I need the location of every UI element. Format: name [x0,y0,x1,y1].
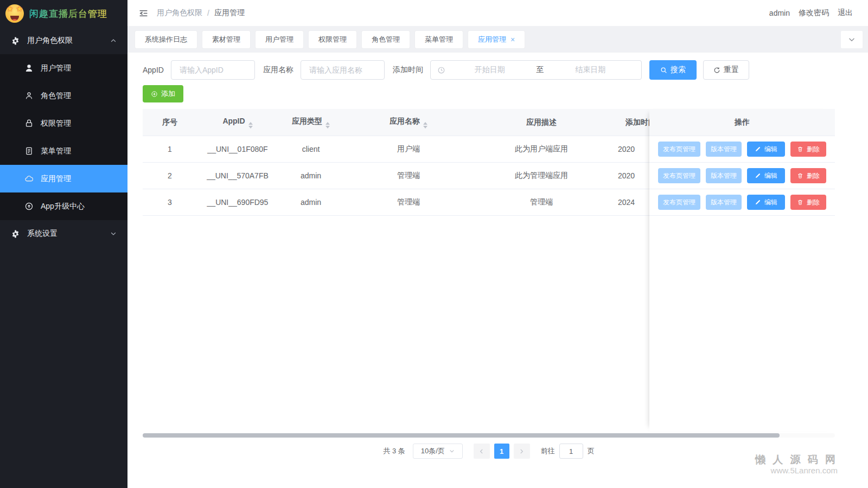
tab-overflow-dropdown[interactable] [841,31,863,48]
delete-button[interactable]: 删除 [790,195,826,210]
chevron-up-icon [110,37,117,44]
content-panel: AppID 应用名称 添加时间 开始日期 至 结束日期 搜索 [127,53,868,488]
edit-button[interactable]: 编辑 [747,195,785,210]
fixed-actions-column: 操作 发布页管理 版本管理 编辑 删除 发布页管理 版本管理 [649,109,835,431]
cell-type: client [278,145,343,153]
sidebar-item-menu-management[interactable]: 菜单管理 [0,137,127,165]
sidebar-item-app-management[interactable]: 应用管理 [0,165,127,192]
publish-page-button[interactable]: 发布页管理 [658,168,700,183]
edit-pencil-icon [755,172,761,179]
sidebar-group-label: 系统设置 [27,229,58,239]
sidebar-item-app-upgrade-center[interactable]: App升级中心 [0,192,127,220]
tabbar: 系统操作日志 素材管理 用户管理 权限管理 角色管理 菜单管理 应用管理 × [127,26,868,53]
arrow-right-icon [519,448,525,454]
close-icon[interactable]: × [510,36,515,43]
filter-bar: AppID 应用名称 添加时间 开始日期 至 结束日期 搜索 [143,60,835,80]
edit-button[interactable]: 编辑 [747,168,785,183]
scrollbar-thumb[interactable] [143,433,780,438]
breadcrumb-current: 应用管理 [214,8,245,18]
topbar-user-actions: admin 修改密码 退出 [769,8,853,18]
page-size-select[interactable]: 10条/页 [413,444,463,459]
sidebar-item-label: 菜单管理 [41,146,71,156]
start-date-placeholder[interactable]: 开始日期 [445,65,534,75]
sort-caret-icon[interactable] [423,122,427,129]
add-button[interactable]: 添加 [143,85,183,102]
breadcrumb: 用户角色权限 / 应用管理 [157,8,245,18]
date-range-picker[interactable]: 开始日期 至 结束日期 [430,60,642,80]
app-name-filter-input[interactable] [301,60,385,80]
topbar: 用户角色权限 / 应用管理 admin 修改密码 退出 [127,0,868,26]
version-management-button[interactable]: 版本管理 [706,168,742,183]
cell-appid: __UNI__01F080F [197,145,278,153]
refresh-icon [713,67,720,74]
prev-page-button[interactable] [474,444,490,459]
version-management-button[interactable]: 版本管理 [706,142,742,157]
cell-desc: 管理端 [474,197,609,207]
sort-caret-icon[interactable] [248,122,253,129]
sidebar-item-label: 角色管理 [41,91,71,101]
delete-button[interactable]: 删除 [790,142,826,157]
page-number-1[interactable]: 1 [494,444,509,459]
delete-button[interactable]: 删除 [790,168,826,183]
tab-system-operation-log[interactable]: 系统操作日志 [135,31,197,48]
search-button[interactable]: 搜索 [649,60,697,80]
sort-caret-icon[interactable] [326,122,330,129]
fold-icon[interactable] [138,8,149,18]
cell-type: admin [278,198,343,207]
user-icon [24,63,34,73]
version-management-button[interactable]: 版本管理 [706,195,742,210]
publish-page-button[interactable]: 发布页管理 [658,195,700,210]
column-header-name[interactable]: 应用名称 [343,117,474,129]
tab-role-management[interactable]: 角色管理 [362,31,410,48]
column-header-type[interactable]: 应用类型 [278,117,343,129]
cell-name: 管理端 [343,197,474,207]
watermark-url: www.5Lanren.com [755,466,838,476]
sidebar-item-label: 权限管理 [41,119,71,129]
app-table: 序号 AppID 应用类型 应用名称 应用描述 添加时间 1 __UNI__01… [143,109,835,216]
trash-icon [797,172,803,179]
tab-permission-management[interactable]: 权限管理 [309,31,356,48]
change-password-link[interactable]: 修改密码 [799,8,829,18]
cell-seq: 1 [143,145,197,153]
tab-menu-management[interactable]: 菜单管理 [415,31,463,48]
sidebar-item-role-management[interactable]: 角色管理 [0,82,127,110]
sidebar-item-user-management[interactable]: 用户管理 [0,54,127,82]
column-header-actions: 操作 [649,109,835,136]
upgrade-icon [24,202,34,211]
tab-material-management[interactable]: 素材管理 [202,31,250,48]
cell-type: admin [278,171,343,180]
cloud-icon [24,174,34,183]
logout-link[interactable]: 退出 [838,8,853,18]
lock-icon [24,119,34,128]
username[interactable]: admin [769,9,790,17]
column-header-appid[interactable]: AppID [197,117,278,129]
row-actions: 发布页管理 版本管理 编辑 删除 [649,189,835,216]
goto-page-input[interactable] [559,444,583,459]
cell-desc: 此为管理端应用 [474,171,609,181]
next-page-button[interactable] [514,444,530,459]
plus-circle-icon [151,91,158,98]
horizontal-scrollbar[interactable] [143,433,835,438]
tab-app-management[interactable]: 应用管理 × [468,31,525,48]
chevron-down-icon [110,230,117,237]
edit-button[interactable]: 编辑 [747,142,785,157]
cell-appid: __UNI__570A7FB [197,171,278,180]
publish-page-button[interactable]: 发布页管理 [658,142,700,157]
appid-filter-input[interactable] [171,60,255,80]
goto-label: 前往 [541,446,555,456]
sidebar-submenu: 用户管理 角色管理 权限管理 菜单管理 应用管理 [0,54,127,220]
sidebar-group-user-role-permission[interactable]: 用户角色权限 [0,27,127,54]
sidebar-group-system-settings[interactable]: 系统设置 [0,220,127,247]
pagination-total: 共 3 条 [383,446,405,456]
app-logo: ★ ★ 闲趣直播后台管理 [0,0,127,27]
cell-name: 管理端 [343,171,474,181]
end-date-placeholder[interactable]: 结束日期 [546,65,635,75]
reset-button[interactable]: 重置 [703,60,749,80]
breadcrumb-parent[interactable]: 用户角色权限 [157,8,202,18]
trash-icon [797,146,803,152]
cell-desc: 此为用户端应用 [474,144,609,154]
star-struck-emoji-icon: ★ ★ [5,4,24,23]
main-area: 用户角色权限 / 应用管理 admin 修改密码 退出 系统操作日志 素材管理 … [127,0,868,488]
sidebar-item-permission-management[interactable]: 权限管理 [0,110,127,137]
tab-user-management[interactable]: 用户管理 [256,31,303,48]
